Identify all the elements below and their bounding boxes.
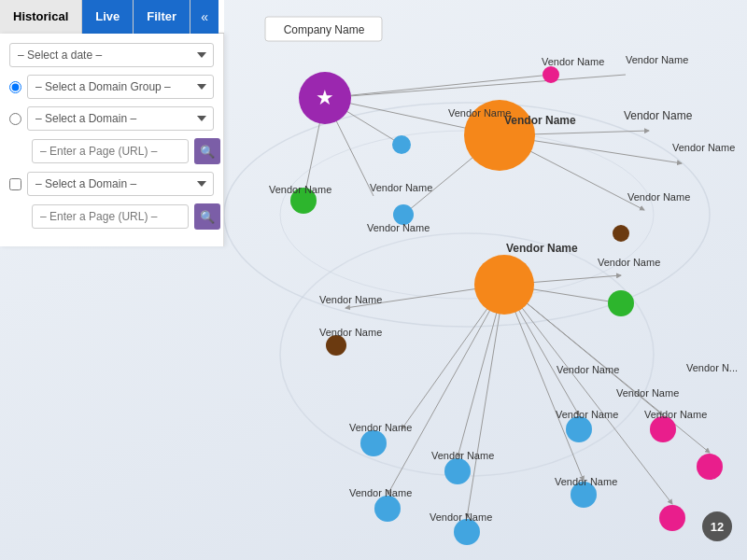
date-row: – Select a date – bbox=[9, 43, 214, 67]
svg-text:Vendor Name: Vendor Name bbox=[431, 450, 494, 461]
svg-text:★: ★ bbox=[316, 86, 334, 109]
tab-filter[interactable]: Filter bbox=[134, 0, 190, 34]
svg-line-20 bbox=[504, 285, 584, 481]
svg-point-40 bbox=[444, 458, 471, 484]
svg-text:Vendor Name: Vendor Name bbox=[542, 56, 604, 67]
svg-text:Vendor Name: Vendor Name bbox=[644, 409, 707, 420]
tab-historical[interactable]: Historical bbox=[0, 0, 82, 34]
domain-group-radio[interactable] bbox=[9, 81, 21, 93]
svg-text:Vendor N...: Vendor N... bbox=[686, 362, 738, 373]
domain1-select[interactable]: – Select a Domain – bbox=[27, 106, 214, 131]
svg-point-37 bbox=[326, 335, 346, 356]
svg-text:Vendor Name: Vendor Name bbox=[557, 364, 619, 375]
svg-text:Vendor Name: Vendor Name bbox=[598, 257, 660, 268]
svg-text:Vendor Name: Vendor Name bbox=[269, 184, 331, 195]
svg-point-36 bbox=[608, 290, 634, 316]
svg-point-39 bbox=[374, 496, 401, 522]
search-icon2: 🔍 bbox=[200, 210, 215, 224]
svg-text:Vendor Name: Vendor Name bbox=[556, 409, 618, 420]
svg-text:Vendor Name: Vendor Name bbox=[448, 107, 511, 119]
search-icon: 🔍 bbox=[200, 145, 215, 159]
svg-text:Vendor Name: Vendor Name bbox=[319, 327, 382, 338]
svg-point-31 bbox=[392, 135, 411, 154]
date-select[interactable]: – Select a date – bbox=[9, 43, 214, 67]
svg-line-16 bbox=[388, 285, 504, 495]
svg-point-38 bbox=[360, 430, 387, 456]
url2-row: 🔍 bbox=[9, 203, 214, 230]
svg-text:Vendor Name: Vendor Name bbox=[504, 114, 576, 127]
url2-input[interactable] bbox=[32, 204, 189, 229]
svg-text:Vendor Name: Vendor Name bbox=[349, 487, 412, 498]
domain2-select[interactable]: – Select a Domain – bbox=[27, 172, 214, 196]
svg-text:Vendor Name: Vendor Name bbox=[627, 191, 690, 203]
domain2-checkbox[interactable] bbox=[9, 178, 21, 190]
svg-text:Vendor Name: Vendor Name bbox=[555, 476, 617, 487]
svg-text:Vendor Name: Vendor Name bbox=[430, 511, 492, 523]
svg-point-44 bbox=[650, 416, 676, 442]
svg-text:Vendor Name: Vendor Name bbox=[626, 54, 688, 65]
domain2-row: – Select a Domain – bbox=[9, 172, 214, 196]
domain1-row: – Select a Domain – bbox=[9, 106, 214, 131]
url1-row: 🔍 bbox=[9, 138, 214, 164]
svg-text:Vendor Name: Vendor Name bbox=[616, 387, 679, 399]
url1-input[interactable] bbox=[32, 139, 189, 163]
svg-point-46 bbox=[659, 505, 685, 531]
url2-search-button[interactable]: 🔍 bbox=[194, 203, 220, 230]
svg-text:Company Name: Company Name bbox=[284, 23, 365, 36]
tabs-bar: Historical Live Filter « bbox=[0, 0, 224, 34]
badge-count: 12 bbox=[702, 511, 732, 541]
svg-point-32 bbox=[543, 66, 559, 83]
svg-text:Vendor Name: Vendor Name bbox=[349, 422, 412, 433]
svg-point-35 bbox=[613, 225, 629, 242]
domain1-radio[interactable] bbox=[9, 113, 21, 125]
svg-line-6 bbox=[325, 75, 626, 98]
url1-search-button[interactable]: 🔍 bbox=[194, 138, 220, 164]
svg-text:Vendor Name: Vendor Name bbox=[672, 142, 735, 153]
svg-point-45 bbox=[697, 454, 723, 480]
svg-text:Vendor Name: Vendor Name bbox=[506, 242, 578, 255]
svg-text:Vendor Name: Vendor Name bbox=[367, 222, 430, 233]
left-panel: – Select a date – – Select a Domain Grou… bbox=[0, 34, 224, 246]
svg-point-41 bbox=[454, 519, 480, 545]
svg-point-42 bbox=[566, 416, 592, 442]
svg-text:Vendor Name: Vendor Name bbox=[624, 109, 693, 122]
svg-text:Vendor Name: Vendor Name bbox=[370, 182, 432, 193]
domain-group-row: – Select a Domain Group – bbox=[9, 75, 214, 99]
svg-text:Vendor Name: Vendor Name bbox=[319, 294, 382, 305]
tab-live[interactable]: Live bbox=[82, 0, 134, 34]
collapse-button[interactable]: « bbox=[190, 0, 218, 34]
svg-point-1 bbox=[280, 131, 654, 299]
svg-line-5 bbox=[325, 75, 551, 98]
svg-point-30 bbox=[474, 255, 534, 315]
domain-group-select[interactable]: – Select a Domain Group – bbox=[27, 75, 214, 99]
